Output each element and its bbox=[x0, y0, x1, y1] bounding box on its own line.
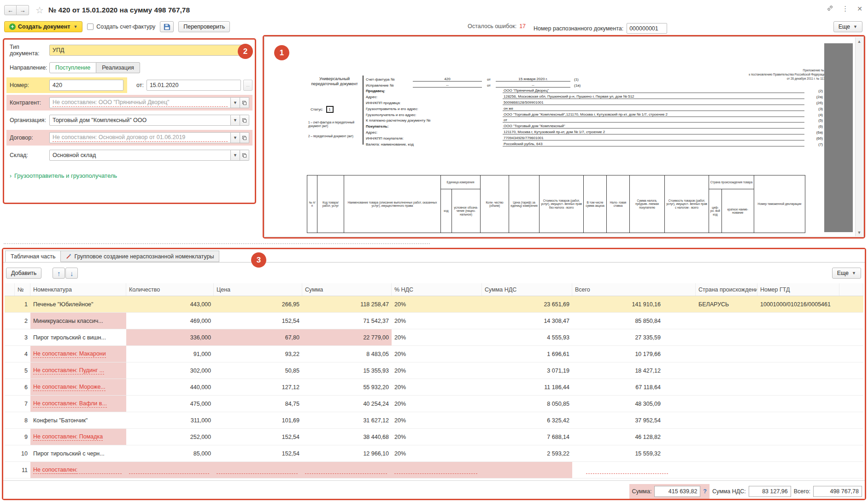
doc-table-column-title: Стоимость товаров (работ, услуг), имущес… bbox=[665, 175, 709, 233]
window-controls: ⋮ ✕ bbox=[818, 5, 862, 13]
row-name-cell: Конфеты "Батончик" bbox=[30, 412, 126, 428]
scanned-document[interactable]: Универсальный передаточный документ Стат… bbox=[264, 36, 864, 237]
shipper-consignee-link[interactable]: ›Грузоотправитель и грузополучатель bbox=[10, 172, 117, 179]
doc-table-column: Единица измерениякодусловное обозна- чен… bbox=[441, 175, 481, 233]
doc-status-box: 1 bbox=[326, 106, 334, 113]
row-vat-cell: 20% bbox=[392, 313, 482, 329]
table-row[interactable]: 4Не сопоставлен: Макарони91,00093,228 48… bbox=[5, 346, 863, 362]
grid-header: № Номенклатура Количество Цена Сумма % Н… bbox=[5, 283, 863, 296]
col-num[interactable]: № bbox=[15, 283, 30, 296]
table-row[interactable]: 1Печенье "Юбилейное"443,000266,95118 258… bbox=[5, 296, 863, 313]
row-value-cell: 469,000 bbox=[126, 313, 214, 329]
grand-total-input[interactable]: 498 767,78 bbox=[813, 486, 862, 497]
toolbar-more-button[interactable]: Еще▼ bbox=[833, 21, 862, 32]
counterparty-input[interactable]: Не сопоставлен: ООО "Пряничный Дворец" bbox=[49, 97, 231, 108]
number-input[interactable]: 420 bbox=[49, 80, 123, 91]
table-row[interactable]: 10Пирог тирольский с черн...85,000152,54… bbox=[5, 445, 863, 462]
col-country[interactable]: Страна происхождения bbox=[696, 283, 757, 296]
warehouse-open-button[interactable] bbox=[240, 150, 249, 161]
doc-line-value: 7709434926/779601001 bbox=[503, 136, 804, 140]
annotation-badge-1: 1 bbox=[274, 45, 289, 60]
col-price[interactable]: Цена bbox=[214, 283, 302, 296]
direction-in-button[interactable]: Поступление bbox=[49, 62, 96, 73]
table-row[interactable]: 9Не сопоставлен: Помадка252,000152,5438 … bbox=[5, 429, 863, 445]
warehouse-dropdown-button[interactable]: ▼ bbox=[231, 150, 240, 161]
contract-input[interactable]: Не сопоставлен: Основной договор от 01.0… bbox=[49, 132, 231, 143]
scroll-down-icon[interactable]: ▼ bbox=[856, 228, 863, 236]
unmatched-label: Не сопоставлен: Помадка bbox=[33, 433, 103, 441]
table-row[interactable]: 11Не сопоставлен: bbox=[5, 462, 863, 479]
doc-line: Покупатель:ООО "Торговый дом "Комплексны… bbox=[366, 123, 823, 128]
contract-open-button[interactable] bbox=[240, 132, 249, 143]
splitter[interactable] bbox=[4, 243, 430, 244]
save-button[interactable] bbox=[160, 21, 174, 32]
doc-line-value: он же bbox=[503, 106, 804, 111]
row-vat-cell: 20% bbox=[392, 379, 482, 395]
row-name-cell: Не сопоставлен: Помадка bbox=[30, 429, 126, 445]
organization-open-button[interactable] bbox=[240, 115, 249, 126]
table-row[interactable]: 3Пирог тирольский с вишн...336,00067,802… bbox=[5, 329, 863, 346]
col-vat-percent[interactable]: % НДС bbox=[392, 283, 482, 296]
row-vat-cell: 20% bbox=[392, 329, 482, 345]
scroll-up-icon[interactable]: ▲ bbox=[856, 37, 863, 45]
forward-button[interactable]: → bbox=[17, 5, 29, 15]
create-invoice-checkbox-group[interactable]: Создать счет-фактуру bbox=[87, 23, 155, 30]
shipper-consignee-label: Грузоотправитель и грузополучатель bbox=[14, 172, 117, 179]
grid-more-button[interactable]: Еще▼ bbox=[832, 268, 861, 279]
sum-total-input[interactable]: 415 639,82 bbox=[654, 486, 700, 497]
col-nomenclature[interactable]: Номенклатура bbox=[30, 283, 126, 296]
doc-line-value: -- bbox=[413, 83, 482, 88]
row-value-cell: 84,75 bbox=[214, 396, 302, 412]
page-title: № 420 от 15.01.2020 на сумму 498 767,78 bbox=[48, 6, 190, 14]
table-row[interactable]: 2Миникруассаны классич...469,000152,5471… bbox=[5, 313, 863, 329]
col-vat-sum[interactable]: Сумма НДС bbox=[482, 283, 572, 296]
doc-type-row: Тип документа: УПД bbox=[6, 42, 252, 58]
tab-group-creation[interactable]: Групповое создание нераспознанной номенк… bbox=[61, 251, 219, 262]
create-invoice-checkbox[interactable] bbox=[87, 23, 94, 30]
table-row[interactable]: 7Не сопоставлен: Вафли в...475,00084,754… bbox=[5, 396, 863, 412]
row-filler-cell bbox=[839, 329, 863, 345]
row-num-cell: 4 bbox=[15, 346, 30, 362]
vat-total-input[interactable]: 83 127,96 bbox=[749, 486, 791, 497]
create-document-button[interactable]: + Создать документ ▼ bbox=[4, 21, 82, 32]
table-row[interactable]: 8Конфеты "Батончик"311,000101,6931 627,1… bbox=[5, 412, 863, 429]
counterparty-open-button[interactable] bbox=[240, 97, 249, 108]
date-input[interactable]: 15.01.2020 bbox=[147, 80, 241, 91]
kebab-menu-icon[interactable]: ⋮ bbox=[842, 5, 849, 13]
row-value-cell: 46 128,82 bbox=[572, 429, 696, 445]
doc-line-ref: (1а) bbox=[570, 83, 590, 88]
close-icon[interactable]: ✕ bbox=[857, 5, 862, 12]
move-down-button[interactable]: ↓ bbox=[65, 268, 78, 279]
warehouse-input[interactable]: Основной склад bbox=[49, 150, 231, 161]
chevron-down-icon: ▼ bbox=[853, 24, 857, 29]
col-quantity[interactable]: Количество bbox=[126, 283, 214, 296]
organization-dropdown-button[interactable]: ▼ bbox=[231, 115, 240, 126]
doc-type-input[interactable]: УПД bbox=[49, 45, 249, 56]
col-sum[interactable]: Сумма bbox=[302, 283, 392, 296]
row-value-cell: 22 779,00 bbox=[302, 329, 392, 345]
direction-out-button[interactable]: Реализация bbox=[96, 62, 140, 73]
row-value-cell: 152,54 bbox=[214, 429, 302, 445]
counterparty-dropdown-button[interactable]: ▼ bbox=[231, 97, 240, 108]
add-row-button[interactable]: Добавить bbox=[6, 268, 41, 279]
row-value-cell: 336,000 bbox=[126, 329, 214, 345]
table-row[interactable]: 6Не сопоставлен: Мороже...440,000127,125… bbox=[5, 379, 863, 396]
link-icon[interactable] bbox=[827, 5, 833, 13]
back-button[interactable]: ← bbox=[4, 5, 17, 15]
help-icon[interactable]: ? bbox=[703, 488, 707, 495]
col-total[interactable]: Всего bbox=[572, 283, 696, 296]
date-picker-button[interactable]: ... bbox=[243, 80, 252, 91]
preview-scrollbar[interactable]: ▲ ▼ bbox=[855, 37, 863, 236]
recheck-button[interactable]: Перепроверить bbox=[178, 21, 230, 32]
counterparty-label: Контрагент: bbox=[10, 99, 49, 106]
tab-tabular-part[interactable]: Табличная часть bbox=[5, 251, 61, 262]
col-gtd[interactable]: Номер ГТД bbox=[757, 283, 839, 296]
row-filler-cell bbox=[839, 429, 863, 445]
recognized-number-input[interactable]: 000000001 bbox=[627, 23, 667, 34]
favorite-star-icon[interactable]: ☆ bbox=[35, 5, 44, 16]
contract-dropdown-button[interactable]: ▼ bbox=[231, 132, 240, 143]
table-row[interactable]: 5Не сопоставлен: Пудинг ...302,00050,851… bbox=[5, 362, 863, 379]
organization-input[interactable]: Торговый дом "Комплексный" ООО bbox=[49, 115, 231, 126]
contract-row: Договор: Не сопоставлен: Основной догово… bbox=[6, 130, 252, 146]
move-up-button[interactable]: ↑ bbox=[53, 268, 65, 279]
